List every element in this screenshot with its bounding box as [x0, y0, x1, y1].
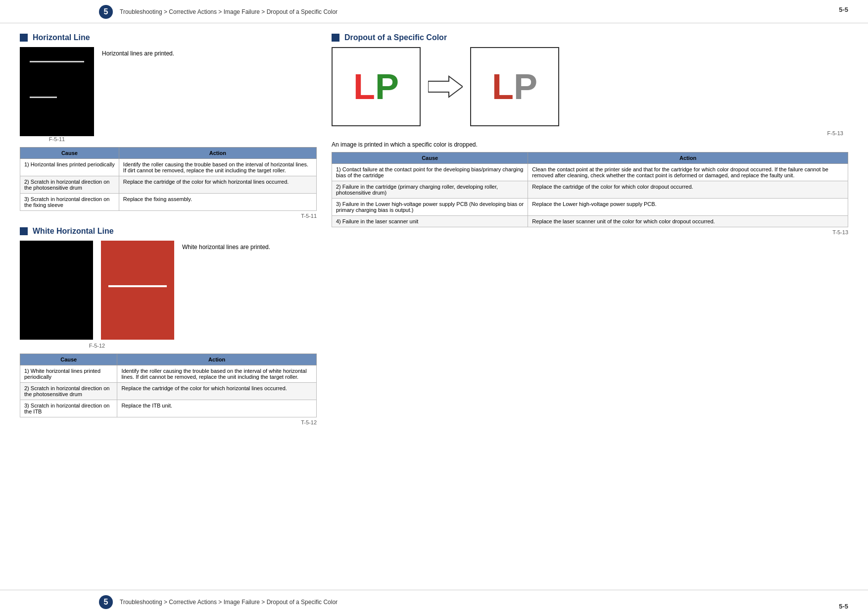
footer-chapter-number: 5 [99, 595, 113, 609]
table-row: 3) Scratch in horizontal direction on th… [20, 400, 317, 417]
cause-cell: 2) Failure in the cartridge (primary cha… [332, 181, 528, 199]
table-row: 1) Horizontal lines printed periodically… [20, 159, 317, 176]
lp-text-after: LP [492, 69, 537, 104]
action-cell: Replace the cartridge of the color for w… [117, 383, 317, 400]
heading-square-icon [20, 34, 28, 42]
hline-mid [30, 97, 57, 98]
col-action-whl: Action [117, 354, 317, 365]
p-letter: P [375, 67, 399, 106]
white-hline-table: Cause Action 1) White horizontal lines p… [20, 354, 317, 417]
dropout-caption: An image is printed in which a specific … [332, 141, 848, 148]
arrow-icon [426, 72, 465, 102]
col-cause: Cause [20, 148, 119, 159]
table-row: 1) Contact failure at the contact point … [332, 164, 848, 181]
page-number-bottom: 5-5 [839, 603, 848, 610]
svg-marker-0 [428, 76, 463, 97]
horizontal-line-image [20, 47, 94, 136]
table-ref-t511: T-5-11 [20, 213, 317, 219]
figure-label-f513: F-5-13 [827, 130, 843, 136]
dropout-lp-before: LP [332, 47, 421, 126]
chapter-number: 5 [99, 5, 113, 19]
l-letter: L [353, 67, 375, 106]
white-hline-red-image [101, 241, 174, 340]
cause-cell: 1) Horizontal lines printed periodically [20, 159, 119, 176]
dropout-heading: Dropout of a Specific Color [332, 33, 848, 42]
table-row: 2) Scratch in horizontal direction on th… [20, 176, 317, 194]
dropout-images-row: LP LP [332, 47, 848, 126]
action-cell: Replace the cartridge of the color for w… [119, 176, 316, 194]
l-letter-after: L [492, 67, 514, 106]
table-row: 2) Scratch in horizontal direction on th… [20, 383, 317, 400]
action-cell: Clean the contact point at the printer s… [528, 164, 848, 181]
action-cell: Replace the laser scanner unit of the co… [528, 216, 848, 227]
heading-square-icon-3 [332, 34, 339, 42]
table-ref-t512: T-5-12 [20, 419, 317, 425]
left-column: Horizontal Line F-5-11 Horizontal lines … [20, 33, 317, 431]
table-row: 1) White horizontal lines printed period… [20, 365, 317, 383]
col-action: Action [119, 148, 316, 159]
dropout-lp-after: LP [470, 47, 559, 126]
white-hline-black-image [20, 241, 93, 340]
horizontal-line-heading: Horizontal Line [20, 33, 317, 42]
arrow-svg [428, 74, 463, 99]
white-hline-image-container [20, 241, 174, 340]
horizontal-line-description: Horizontal lines are printed. [102, 47, 174, 57]
figure-label-f511: F-5-11 [49, 136, 65, 142]
page-number-top: 5-5 [839, 6, 848, 13]
figure-label-f512: F-5-12 [89, 343, 105, 349]
cause-cell: 3) Failure in the Lower high-voltage pow… [332, 199, 528, 216]
col-action-dropout: Action [528, 153, 848, 164]
table-row: 3) Scratch in horizontal direction on th… [20, 194, 317, 211]
main-content: Horizontal Line F-5-11 Horizontal lines … [0, 23, 868, 461]
action-cell: Replace the Lower high-voltage power sup… [528, 199, 848, 216]
cause-cell: 3) Scratch in horizontal direction on th… [20, 194, 119, 211]
table-row: 4) Failure in the laser scanner unitRepl… [332, 216, 848, 227]
header-bar: 5 Troubleshooting > Corrective Actions >… [0, 0, 868, 23]
action-cell: Replace the cartridge of the color for w… [528, 181, 848, 199]
cause-cell: 4) Failure in the laser scanner unit [332, 216, 528, 227]
action-cell: Identify the roller causing the trouble … [117, 365, 317, 383]
footer-bar: 5 Troubleshooting > Corrective Actions >… [0, 590, 868, 614]
action-cell: Identify the roller causing the trouble … [119, 159, 316, 176]
dropout-table: Cause Action 1) Contact failure at the c… [332, 152, 848, 227]
cause-cell: 2) Scratch in horizontal direction on th… [20, 176, 119, 194]
white-hline-figures: F-5-12 White horizontal lines are printe… [20, 241, 317, 352]
lp-text-before: LP [353, 69, 399, 104]
cause-cell: 3) Scratch in horizontal direction on th… [20, 400, 117, 417]
white-hline-line [108, 285, 167, 287]
action-cell: Replace the ITB unit. [117, 400, 317, 417]
heading-square-icon-2 [20, 227, 28, 235]
action-cell: Replace the fixing assembly. [119, 194, 316, 211]
white-hline-description: White horizontal lines are printed. [182, 241, 270, 352]
p-letter-after: P [514, 67, 537, 106]
horizontal-line-figure: F-5-11 Horizontal lines are printed. [20, 47, 317, 145]
hline-top [30, 61, 84, 62]
cause-cell: 1) White horizontal lines printed period… [20, 365, 117, 383]
horizontal-line-table: Cause Action 1) Horizontal lines printed… [20, 147, 317, 211]
col-cause-dropout: Cause [332, 153, 528, 164]
footer-breadcrumb: Troubleshooting > Corrective Actions > I… [120, 599, 338, 606]
cause-cell: 1) Contact failure at the contact point … [332, 164, 528, 181]
breadcrumb: Troubleshooting > Corrective Actions > I… [120, 8, 338, 15]
white-horizontal-line-heading: White Horizontal Line [20, 227, 317, 236]
right-column: Dropout of a Specific Color LP LP [332, 33, 848, 431]
table-row: 2) Failure in the cartridge (primary cha… [332, 181, 848, 199]
table-ref-t513: T-5-13 [332, 229, 848, 235]
table-row: 3) Failure in the Lower high-voltage pow… [332, 199, 848, 216]
col-cause-whl: Cause [20, 354, 117, 365]
cause-cell: 2) Scratch in horizontal direction on th… [20, 383, 117, 400]
